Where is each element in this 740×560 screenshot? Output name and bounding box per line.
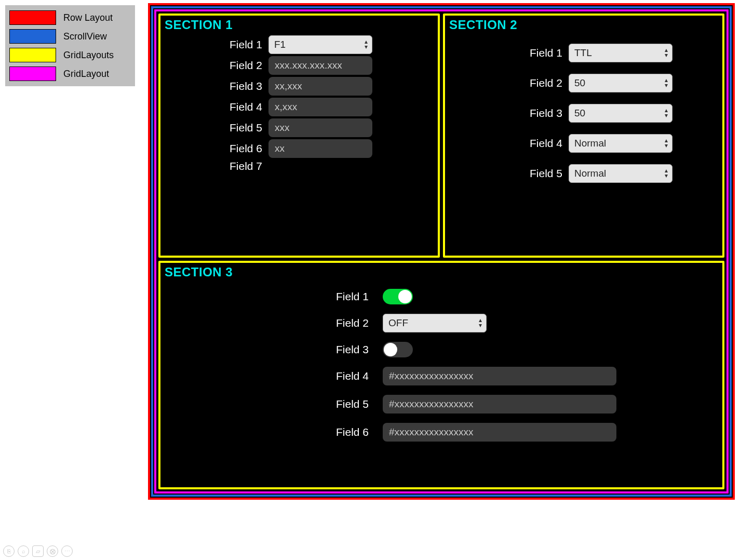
legend-swatch-blue bbox=[9, 29, 56, 44]
gridlayout-frame: SECTION 1 Field 1 F1 ▴▾ Field 2 xxx.xxx.… bbox=[154, 9, 729, 494]
section-1-title: SECTION 1 bbox=[165, 18, 434, 32]
s3-field3-toggle[interactable] bbox=[383, 342, 413, 357]
s2-field5-label: Field 5 bbox=[449, 167, 569, 180]
s1-field3-row: Field 3 xx,xxx bbox=[165, 77, 434, 96]
section-3-title: SECTION 3 bbox=[165, 265, 718, 279]
s1-field7-label: Field 7 bbox=[165, 160, 268, 172]
s2-field4-row: Field 4 Normal ▴▾ bbox=[449, 134, 718, 153]
s2-field3-value: 50 bbox=[574, 108, 585, 119]
s3-field4-label: Field 4 bbox=[336, 370, 383, 382]
s2-field2-label: Field 2 bbox=[449, 77, 569, 89]
s1-field4-value: x,xxx bbox=[275, 101, 297, 113]
s3-field2-row: Field 2 OFF ▴▾ bbox=[165, 314, 718, 332]
spin-arrows-icon: ▴▾ bbox=[665, 78, 668, 88]
s2-field4-label: Field 4 bbox=[449, 137, 569, 150]
s1-field5-row: Field 5 xxx bbox=[165, 118, 434, 137]
s1-field1-label: Field 1 bbox=[165, 38, 268, 51]
s1-field7-row: Field 7 bbox=[165, 160, 434, 172]
legend-row-gridlayout: GridLayout bbox=[8, 64, 130, 83]
s2-field5-row: Field 5 Normal ▴▾ bbox=[449, 164, 718, 183]
s1-field3-input[interactable]: xx,xxx bbox=[268, 77, 372, 96]
s2-field5-value: Normal bbox=[574, 168, 606, 179]
spin-arrows-icon: ▴▾ bbox=[365, 39, 368, 50]
camera-off-icon[interactable]: ⨂ bbox=[47, 545, 58, 557]
s3-field4-input[interactable]: #xxxxxxxxxxxxxxxx bbox=[383, 367, 616, 385]
s3-field4-value: #xxxxxxxxxxxxxxxx bbox=[389, 370, 474, 382]
s3-field6-row: Field 6 #xxxxxxxxxxxxxxxx bbox=[165, 423, 718, 442]
s1-field5-input[interactable]: xxx bbox=[268, 118, 372, 137]
legend-label: GridLayout bbox=[63, 69, 109, 79]
s3-field4-row: Field 4 #xxxxxxxxxxxxxxxx bbox=[165, 367, 718, 385]
row-layout-frame: SECTION 1 Field 1 F1 ▴▾ Field 2 xxx.xxx.… bbox=[148, 3, 735, 500]
s3-field3-label: Field 3 bbox=[336, 343, 383, 356]
s3-field5-input[interactable]: #xxxxxxxxxxxxxxxx bbox=[383, 395, 616, 414]
legend-row-rowlayout: Row Layout bbox=[8, 8, 130, 27]
toggle-knob bbox=[384, 343, 397, 356]
legend-panel: Row Layout ScrollView GridLayouts GridLa… bbox=[5, 5, 135, 86]
spin-arrows-icon: ▴▾ bbox=[665, 138, 668, 149]
scrollview-frame[interactable]: SECTION 1 Field 1 F1 ▴▾ Field 2 xxx.xxx.… bbox=[151, 6, 732, 497]
s1-field6-input[interactable]: xx bbox=[268, 139, 372, 158]
s3-field3-row: Field 3 bbox=[165, 342, 718, 357]
s2-field1-label: Field 1 bbox=[449, 47, 569, 59]
s3-field6-label: Field 6 bbox=[336, 426, 383, 438]
section-3: SECTION 3 Field 1 Field 2 OFF ▴▾ Field bbox=[158, 261, 724, 489]
s3-field1-toggle[interactable] bbox=[383, 289, 413, 304]
s2-field3-dropdown[interactable]: 50 ▴▾ bbox=[569, 104, 672, 123]
s1-field4-row: Field 4 x,xxx bbox=[165, 98, 434, 116]
top-row: SECTION 1 Field 1 F1 ▴▾ Field 2 xxx.xxx.… bbox=[158, 14, 724, 258]
s2-field2-value: 50 bbox=[574, 77, 585, 89]
section-2-title: SECTION 2 bbox=[449, 18, 718, 32]
s3-field5-label: Field 5 bbox=[336, 398, 383, 410]
zoom-icon[interactable]: ⌕ bbox=[18, 545, 29, 557]
spin-arrows-icon: ▴▾ bbox=[665, 48, 668, 58]
legend-swatch-red bbox=[9, 10, 56, 25]
s1-field2-row: Field 2 xxx.xxx.xxx.xxx bbox=[165, 56, 434, 75]
s1-field6-value: xx bbox=[275, 143, 285, 154]
more-icon[interactable]: ⋯ bbox=[61, 545, 73, 557]
spin-arrows-icon: ▴▾ bbox=[665, 168, 668, 179]
legend-swatch-magenta bbox=[9, 66, 56, 81]
s1-field2-value: xxx.xxx.xxx.xxx bbox=[275, 60, 342, 71]
s1-field3-label: Field 3 bbox=[165, 80, 268, 92]
s2-field4-value: Normal bbox=[574, 138, 606, 149]
copy-icon[interactable]: ⎘ bbox=[3, 545, 15, 557]
s3-field1-row: Field 1 bbox=[165, 289, 718, 304]
s2-field1-value: TTL bbox=[574, 47, 592, 59]
spin-arrows-icon: ▴▾ bbox=[665, 108, 668, 118]
legend-label: GridLayouts bbox=[63, 50, 114, 61]
legend-row-gridlayouts: GridLayouts bbox=[8, 46, 130, 64]
s1-field1-row: Field 1 F1 ▴▾ bbox=[165, 35, 434, 54]
s2-field3-row: Field 3 50 ▴▾ bbox=[449, 104, 718, 123]
s3-field2-label: Field 2 bbox=[336, 317, 383, 329]
image-icon[interactable]: ▱ bbox=[32, 545, 44, 557]
legend-label: ScrollView bbox=[63, 31, 107, 42]
s3-field5-value: #xxxxxxxxxxxxxxxx bbox=[389, 398, 474, 410]
s2-field2-dropdown[interactable]: 50 ▴▾ bbox=[569, 74, 672, 92]
legend-swatch-yellow bbox=[9, 48, 56, 62]
s1-field5-label: Field 5 bbox=[165, 122, 268, 134]
s1-field6-row: Field 6 xx bbox=[165, 139, 434, 158]
s3-field6-value: #xxxxxxxxxxxxxxxx bbox=[389, 426, 474, 438]
s2-field1-dropdown[interactable]: TTL ▴▾ bbox=[569, 44, 672, 62]
s1-field2-label: Field 2 bbox=[165, 59, 268, 72]
s3-field1-label: Field 1 bbox=[336, 290, 383, 303]
s3-field6-input[interactable]: #xxxxxxxxxxxxxxxx bbox=[383, 423, 616, 442]
toggle-knob bbox=[398, 290, 412, 303]
s1-field3-value: xx,xxx bbox=[275, 81, 302, 92]
s2-field5-dropdown[interactable]: Normal ▴▾ bbox=[569, 164, 672, 183]
s1-field4-label: Field 4 bbox=[165, 101, 268, 113]
s2-field4-dropdown[interactable]: Normal ▴▾ bbox=[569, 134, 672, 153]
legend-row-scrollview: ScrollView bbox=[8, 27, 130, 46]
s1-field6-label: Field 6 bbox=[165, 142, 268, 155]
s1-field2-input[interactable]: xxx.xxx.xxx.xxx bbox=[268, 56, 372, 75]
s1-field4-input[interactable]: x,xxx bbox=[268, 98, 372, 116]
s2-field2-row: Field 2 50 ▴▾ bbox=[449, 74, 718, 92]
s1-field1-value: F1 bbox=[274, 39, 286, 50]
section-2: SECTION 2 Field 1 TTL ▴▾ Field 2 50 bbox=[443, 14, 724, 258]
s1-field1-dropdown[interactable]: F1 ▴▾ bbox=[268, 35, 372, 54]
spin-arrows-icon: ▴▾ bbox=[479, 318, 482, 328]
legend-label: Row Layout bbox=[63, 12, 113, 23]
bottom-toolbar: ⎘ ⌕ ▱ ⨂ ⋯ bbox=[3, 545, 73, 557]
s3-field2-dropdown[interactable]: OFF ▴▾ bbox=[383, 314, 487, 332]
